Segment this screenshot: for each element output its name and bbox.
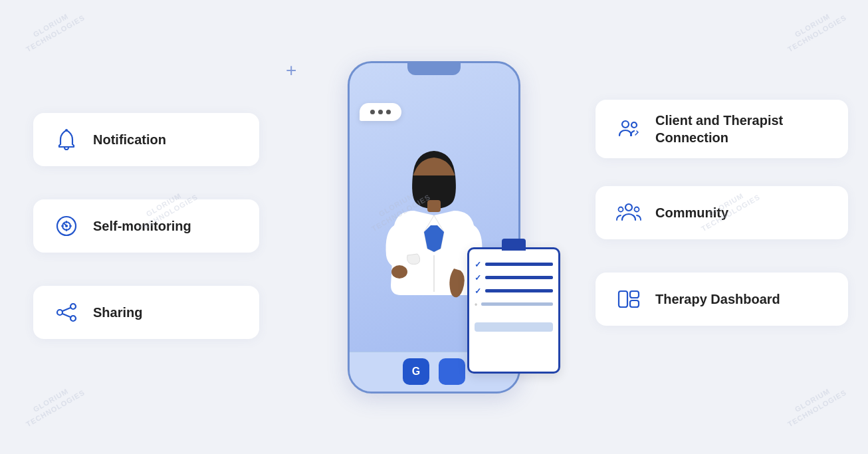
- svg-rect-15: [619, 291, 627, 307]
- svg-point-2: [65, 129, 68, 132]
- checkmark-1: ✓: [475, 260, 481, 269]
- connection-icon: [614, 114, 643, 144]
- card-community: Community: [596, 186, 848, 239]
- notification-icon: [52, 125, 81, 154]
- notification-label: Notification: [93, 131, 166, 148]
- dashboard-icon: [614, 284, 643, 314]
- community-label: Community: [655, 204, 728, 221]
- card-connection: Client and Therapist Connection: [596, 100, 848, 158]
- clipboard-row-1: ✓: [475, 260, 553, 269]
- checkmark-2: ✓: [475, 273, 481, 283]
- clipboard-footer-line: [475, 322, 553, 332]
- watermark-bl: GLORIUMTECHNOLOGIES: [20, 380, 87, 429]
- clipboard-row-2: ✓: [475, 273, 553, 283]
- svg-point-12: [625, 204, 632, 211]
- sharing-label: Sharing: [93, 304, 142, 321]
- clipboard-row-3: ✓: [475, 286, 553, 296]
- check-line-4: [481, 302, 553, 306]
- card-dashboard: Therapy Dashboard: [596, 273, 848, 326]
- phone-app-button-sq[interactable]: [439, 358, 465, 385]
- clipboard-row-4: •: [475, 300, 553, 309]
- svg-line-9: [62, 314, 70, 317]
- phone-mockup: G ✓ ✓ ✓ •: [348, 61, 520, 394]
- card-sharing: Sharing: [33, 286, 259, 339]
- watermark-tr: GLORIUMTECHNOLOGIES: [782, 5, 849, 55]
- phone-app-button-g[interactable]: G: [403, 358, 429, 385]
- svg-point-20: [391, 265, 407, 279]
- bullet-4: •: [475, 300, 477, 309]
- community-icon: [614, 198, 643, 227]
- connection-label: Client and Therapist Connection: [655, 112, 783, 146]
- svg-point-5: [70, 304, 76, 309]
- card-self-monitoring: Self-monitoring: [33, 199, 259, 253]
- svg-point-4: [65, 225, 68, 227]
- svg-point-6: [57, 310, 62, 315]
- svg-point-7: [70, 316, 76, 321]
- sharing-icon: [52, 298, 81, 327]
- self-monitoring-label: Self-monitoring: [93, 217, 191, 235]
- svg-point-10: [622, 121, 629, 128]
- svg-line-8: [62, 308, 70, 311]
- clipboard: ✓ ✓ ✓ •: [467, 247, 560, 374]
- watermark-tl: GLORIUMTECHNOLOGIES: [20, 5, 87, 55]
- checkmark-3: ✓: [475, 286, 481, 296]
- svg-rect-16: [630, 291, 639, 298]
- check-line-2: [485, 276, 553, 279]
- dashboard-label: Therapy Dashboard: [655, 290, 780, 308]
- svg-point-13: [619, 207, 623, 212]
- svg-point-14: [635, 207, 639, 212]
- check-line-3: [485, 289, 553, 292]
- watermark-br: GLORIUMTECHNOLOGIES: [782, 380, 849, 429]
- svg-rect-19: [427, 200, 441, 212]
- clipboard-clip: [502, 239, 526, 251]
- deco-plus-1: +: [286, 60, 296, 81]
- phone-notch: [407, 63, 461, 75]
- self-monitoring-icon: [52, 211, 81, 241]
- svg-point-11: [631, 122, 637, 128]
- check-line-1: [485, 263, 553, 266]
- svg-rect-17: [630, 300, 639, 307]
- card-notification: Notification: [33, 113, 259, 166]
